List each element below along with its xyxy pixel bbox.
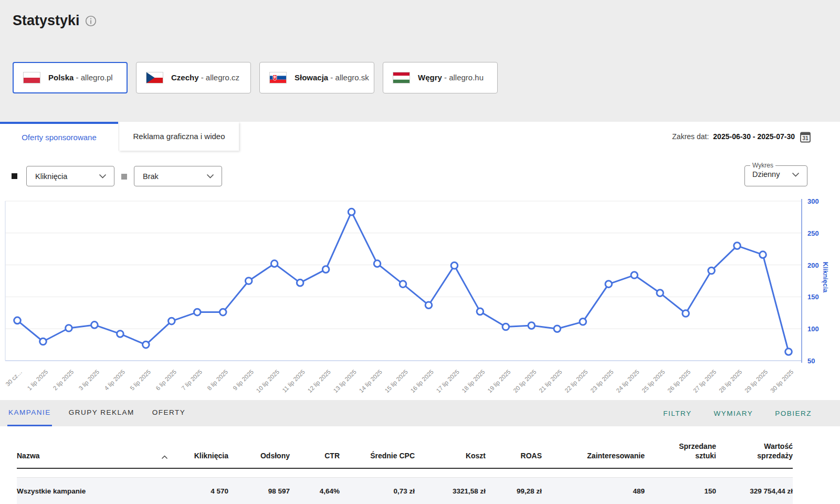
sort-asc-icon[interactable] — [161, 455, 168, 459]
info-icon[interactable] — [85, 15, 97, 27]
page-title-text: Statystyki — [13, 13, 80, 29]
data-point — [657, 290, 664, 297]
page-header: Statystyki — [0, 0, 840, 48]
chart-type-value: Dzienny — [752, 170, 780, 178]
data-point — [194, 309, 201, 316]
x-tick-label: 19 lip 2025 — [486, 369, 511, 394]
column-header--rednie-cpc[interactable]: Średnie CPC — [340, 437, 415, 468]
data-point — [785, 349, 792, 355]
action-filtry[interactable]: FILTRY — [663, 400, 691, 426]
page-title: Statystyki — [13, 13, 97, 29]
chevron-down-icon — [792, 172, 800, 177]
market-button-pl[interactable]: Polska - allegro.pl — [13, 62, 128, 93]
column-header-zainteresowanie[interactable]: Zainteresowanie — [542, 437, 645, 468]
tab-oferty-sponsorowane[interactable]: Oferty sponsorowane — [0, 122, 118, 151]
cell--rednie-cpc: 0,73 zł — [340, 478, 415, 504]
x-tick-label: 4 lip 2025 — [103, 369, 127, 392]
x-tick-label: 30 cz… — [4, 369, 23, 387]
data-point — [271, 260, 278, 267]
x-tick-label: 22 lip 2025 — [563, 369, 589, 394]
metric2-color-marker — [121, 174, 127, 180]
column-header-ods-ony[interactable]: Odsłony — [228, 437, 290, 468]
x-tick-label: 16 lip 2025 — [410, 369, 435, 394]
x-tick-label: 8 lip 2025 — [206, 369, 229, 392]
x-tick-label: 5 lip 2025 — [129, 369, 152, 392]
column-header-sprzedane-sztuki[interactable]: Sprzedane sztuki — [645, 437, 716, 468]
action-wymiary[interactable]: WYMIARY — [713, 400, 753, 426]
report-tab-kampanie[interactable]: KAMPANIE — [7, 400, 52, 426]
data-point — [297, 279, 303, 286]
cell-ods-ony: 98 597 — [228, 478, 290, 504]
x-tick-label: 6 lip 2025 — [154, 369, 177, 392]
column-header-klikni-cia[interactable]: Kliknięcia — [169, 437, 228, 468]
cell-warto-sprzeda-y: 329 754,44 zł — [716, 478, 793, 504]
table-row: Wszystkie kampanie4 57098 5974,64%0,73 z… — [17, 478, 793, 504]
date-range-label: Zakres dat: — [672, 132, 709, 141]
report-toolbar: KAMPANIEGRUPY REKLAMOFERTY FILTRYWYMIARY… — [0, 400, 840, 426]
market-selector: Polska - allegro.plCzechy - allegro.czSł… — [13, 62, 498, 93]
cell-roas: 99,28 zł — [486, 478, 542, 504]
column-header-roas[interactable]: ROAS — [486, 437, 542, 468]
column-header-koszt[interactable]: Koszt — [415, 437, 486, 468]
statistics-page: Statystyki Polska - allegro.plCzechy - a… — [0, 0, 840, 504]
x-tick-label: 26 lip 2025 — [666, 369, 691, 394]
data-point — [477, 308, 484, 315]
x-tick-label: 1 lip 2025 — [26, 369, 49, 392]
market-button-hu[interactable]: Węgry - allegro.hu — [383, 62, 498, 93]
market-label: Węgry - allegro.hu — [418, 73, 484, 82]
column-header-ctr[interactable]: CTR — [290, 437, 340, 468]
cell-klikni-cia: 4 570 — [169, 478, 228, 504]
y-axis-title: Kliknięcia — [822, 262, 829, 293]
metric1-select[interactable]: Kliknięcia — [26, 166, 114, 186]
data-point — [219, 309, 226, 316]
market-button-sk[interactable]: Słowacja - allegro.sk — [259, 62, 374, 93]
data-point — [502, 323, 509, 330]
x-tick-label: 12 lip 2025 — [307, 369, 332, 394]
data-point — [14, 317, 21, 324]
action-pobierz[interactable]: POBIERZ — [775, 400, 812, 426]
x-tick-label: 13 lip 2025 — [332, 369, 358, 394]
market-button-cz[interactable]: Czechy - allegro.cz — [136, 62, 251, 93]
data-point — [400, 281, 406, 288]
x-tick-label: 17 lip 2025 — [435, 369, 460, 394]
x-tick-label: 20 lip 2025 — [512, 369, 537, 394]
tab-reklama-graficzna-i-wideo[interactable]: Reklama graficzna i wideo — [119, 122, 239, 151]
data-point — [708, 267, 715, 274]
data-point — [451, 262, 458, 269]
metric1-value: Kliknięcia — [35, 172, 67, 181]
cell-koszt: 3321,58 zł — [415, 478, 486, 504]
x-tick-label: 18 lip 2025 — [461, 369, 486, 394]
date-range-picker[interactable]: Zakres dat: 2025-06-30 - 2025-07-30 31 — [672, 129, 812, 144]
flag-sk-icon — [269, 72, 287, 83]
chevron-down-icon — [206, 174, 214, 178]
y-tick-label: 300 — [807, 197, 819, 205]
cell-ctr: 4,64% — [290, 478, 340, 504]
metric2-select[interactable]: Brak — [134, 166, 222, 186]
data-point — [91, 322, 98, 329]
x-tick-label: 23 lip 2025 — [589, 369, 614, 394]
data-point — [117, 331, 124, 338]
data-point — [580, 319, 586, 326]
column-header-nazwa[interactable]: Nazwa — [17, 437, 169, 468]
column-header-warto-sprzeda-y[interactable]: Wartość sprzedaży — [716, 437, 793, 468]
report-tab-grupy-reklam[interactable]: GRUPY REKLAM — [68, 400, 135, 426]
flag-cz-icon — [146, 72, 163, 83]
x-tick-label: 30 lip 2025 — [769, 369, 794, 394]
x-tick-label: 7 lip 2025 — [180, 369, 203, 392]
y-tick-label: 150 — [807, 293, 819, 301]
date-range-value: 2025-06-30 - 2025-07-30 — [713, 132, 795, 141]
y-tick-label: 100 — [807, 325, 819, 333]
campaigns-table-area: NazwaKliknięciaOdsłonyCTRŚrednie CPCKosz… — [0, 426, 840, 504]
chart-type-label: Wykres — [750, 162, 775, 169]
flag-hu-icon — [393, 72, 410, 83]
data-point — [322, 266, 329, 273]
data-point — [143, 341, 150, 348]
x-tick-label: 28 lip 2025 — [718, 369, 743, 394]
calendar-icon[interactable]: 31 — [799, 130, 812, 143]
chart-type-select[interactable]: Wykres Dzienny — [744, 162, 807, 186]
report-tab-oferty[interactable]: OFERTY — [151, 400, 187, 426]
data-point — [528, 322, 535, 329]
campaigns-table: NazwaKliknięciaOdsłonyCTRŚrednie CPCKosz… — [17, 437, 793, 504]
y-tick-label: 50 — [807, 357, 815, 365]
market-label: Polska - allegro.pl — [48, 73, 113, 82]
